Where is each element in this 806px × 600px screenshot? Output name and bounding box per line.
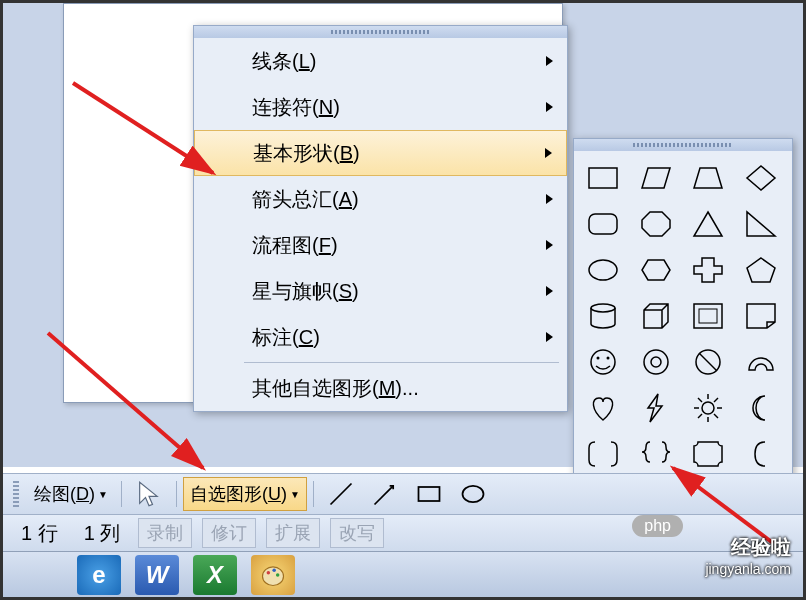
chevron-right-icon <box>546 56 553 66</box>
paint-icon[interactable] <box>251 555 295 595</box>
shape-triangle[interactable] <box>683 201 733 247</box>
svg-rect-11 <box>699 309 717 323</box>
menu-label: 连接符(N) <box>244 94 546 121</box>
shape-trapezoid[interactable] <box>683 155 733 201</box>
shape-block-arc[interactable] <box>736 339 786 385</box>
svg-point-34 <box>272 568 276 572</box>
menu-label: 线条(L) <box>244 48 546 75</box>
svg-line-24 <box>698 398 702 402</box>
svg-rect-30 <box>418 487 439 501</box>
draw-menu-button[interactable]: 绘图(D)▼ <box>27 477 115 511</box>
shape-double-brace[interactable] <box>631 431 681 477</box>
menu-label: 其他自选图形(M)... <box>244 375 559 402</box>
shape-sun[interactable] <box>683 385 733 431</box>
shape-cube[interactable] <box>631 293 681 339</box>
shape-double-bracket[interactable] <box>578 431 628 477</box>
menu-item-stars-banners[interactable]: 星与旗帜(S) <box>194 268 567 314</box>
shape-pentagon[interactable] <box>736 247 786 293</box>
separator <box>176 481 177 507</box>
status-record[interactable]: 录制 <box>138 518 192 548</box>
shape-parallelogram[interactable] <box>631 155 681 201</box>
status-revise[interactable]: 修订 <box>202 518 256 548</box>
arrow-tool[interactable] <box>364 475 406 513</box>
menu-item-callouts[interactable]: 标注(C) <box>194 314 567 360</box>
rectangle-tool[interactable] <box>408 475 450 513</box>
toolbar-grip[interactable] <box>13 481 19 507</box>
menu-item-more-shapes[interactable]: 其他自选图形(M)... <box>194 365 567 411</box>
menu-label: 标注(C) <box>244 324 546 351</box>
line-tool[interactable] <box>320 475 362 513</box>
menu-drag-handle[interactable] <box>194 26 567 38</box>
svg-point-31 <box>462 486 483 502</box>
oval-icon <box>459 480 487 508</box>
svg-point-16 <box>651 357 661 367</box>
shape-diamond[interactable] <box>736 155 786 201</box>
svg-line-27 <box>698 414 702 418</box>
basic-shapes-palette <box>573 138 793 528</box>
svg-line-18 <box>699 353 717 371</box>
shape-rectangle[interactable] <box>578 155 628 201</box>
shape-smiley[interactable] <box>578 339 628 385</box>
php-badge: php <box>632 515 683 537</box>
svg-line-25 <box>714 414 718 418</box>
menu-item-block-arrows[interactable]: 箭头总汇(A) <box>194 176 567 222</box>
taskbar: e W X <box>3 551 803 597</box>
menu-item-connectors[interactable]: 连接符(N) <box>194 84 567 130</box>
drawing-toolbar: 绘图(D)▼ 自选图形(U)▼ <box>3 473 803 515</box>
svg-rect-6 <box>589 168 617 188</box>
shape-cylinder[interactable] <box>578 293 628 339</box>
shape-donut[interactable] <box>631 339 681 385</box>
separator <box>121 481 122 507</box>
status-overwrite[interactable]: 改写 <box>330 518 384 548</box>
shape-folded-corner[interactable] <box>736 293 786 339</box>
ie-icon[interactable]: e <box>77 555 121 595</box>
svg-line-26 <box>714 398 718 402</box>
menu-item-flowchart[interactable]: 流程图(F) <box>194 222 567 268</box>
shape-no-symbol[interactable] <box>683 339 733 385</box>
pointer-tool[interactable] <box>128 475 170 513</box>
autoshapes-menu: 线条(L) 连接符(N) 基本形状(B) 箭头总汇(A) 流程图(F) <box>193 25 568 412</box>
svg-point-15 <box>644 350 668 374</box>
svg-line-28 <box>330 484 351 505</box>
arrow-icon <box>371 480 399 508</box>
oval-tool[interactable] <box>452 475 494 513</box>
shape-hexagon[interactable] <box>631 247 681 293</box>
chevron-right-icon <box>546 286 553 296</box>
autoshapes-menu-button[interactable]: 自选图形(U)▼ <box>183 477 307 511</box>
menu-label: 流程图(F) <box>244 232 546 259</box>
chevron-right-icon <box>546 240 553 250</box>
status-col: 1 列 <box>76 518 129 549</box>
svg-point-19 <box>702 402 714 414</box>
chevron-right-icon <box>546 194 553 204</box>
shapes-grid <box>574 151 792 527</box>
shape-cross[interactable] <box>683 247 733 293</box>
shape-right-triangle[interactable] <box>736 201 786 247</box>
chevron-right-icon <box>546 332 553 342</box>
shape-moon[interactable] <box>736 385 786 431</box>
svg-rect-10 <box>694 304 722 328</box>
status-extend[interactable]: 扩展 <box>266 518 320 548</box>
shape-plaque[interactable] <box>683 431 733 477</box>
menu-item-basic-shapes[interactable]: 基本形状(B) <box>194 130 567 176</box>
excel-icon[interactable]: X <box>193 555 237 595</box>
shape-bevel[interactable] <box>683 293 733 339</box>
shape-left-bracket[interactable] <box>736 431 786 477</box>
shape-oval[interactable] <box>578 247 628 293</box>
palette-drag-handle[interactable] <box>574 139 792 151</box>
svg-point-35 <box>276 573 280 577</box>
shape-lightning[interactable] <box>631 385 681 431</box>
svg-point-14 <box>607 357 610 360</box>
svg-point-8 <box>589 260 617 280</box>
shape-rounded-rect[interactable] <box>578 201 628 247</box>
shape-octagon[interactable] <box>631 201 681 247</box>
svg-point-12 <box>591 350 615 374</box>
shape-heart[interactable] <box>578 385 628 431</box>
svg-rect-7 <box>589 214 617 234</box>
svg-point-33 <box>267 570 271 574</box>
word-icon[interactable]: W <box>135 555 179 595</box>
menu-item-lines[interactable]: 线条(L) <box>194 38 567 84</box>
svg-point-13 <box>597 357 600 360</box>
status-row: 1 行 <box>13 518 66 549</box>
menu-label: 基本形状(B) <box>245 140 545 167</box>
menu-label: 星与旗帜(S) <box>244 278 546 305</box>
